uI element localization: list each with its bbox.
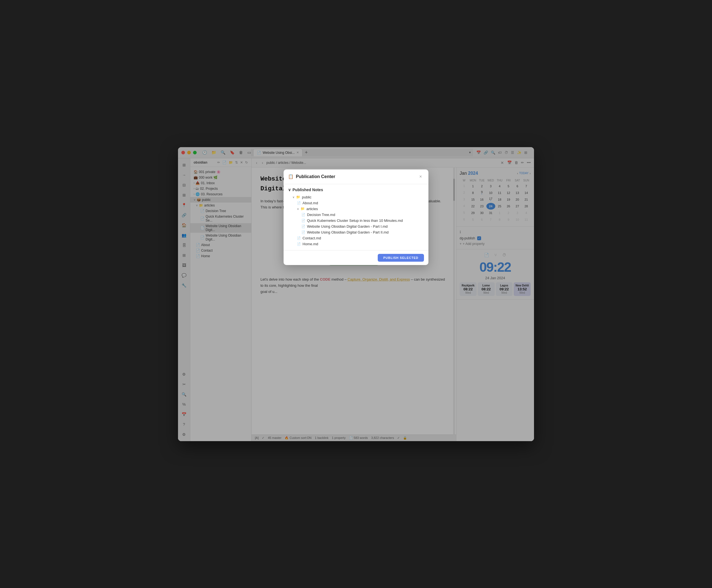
modal-contact-file[interactable]: 📄 Contact.md [288, 235, 424, 241]
published-notes-header: ∨ Published Notes [288, 188, 424, 192]
modal-public-folder[interactable]: ∨ 📁 public [288, 194, 424, 200]
file-icon: 📄 [297, 201, 301, 205]
modal-header: 📋 Publication Center × [284, 169, 428, 184]
modal-home-file[interactable]: 📄 Home.md [288, 241, 424, 247]
file-icon: 📄 [301, 213, 305, 216]
section-chevron-icon: ∨ [288, 188, 291, 192]
chevron-down-icon: ∨ [297, 207, 299, 210]
publish-selected-button[interactable]: PUBLISH SELECTED [378, 254, 424, 262]
modal-articles-folder[interactable]: ∨ 📁 articles [288, 206, 424, 212]
modal-about-file[interactable]: 📄 About.md [288, 200, 424, 206]
folder-icon: 📁 [296, 195, 300, 199]
modal-tree: ∨ Published Notes ∨ 📁 public 📄 About.md [288, 188, 424, 247]
file-icon: 📄 [297, 242, 301, 246]
folder-icon: 📁 [301, 207, 305, 211]
file-icon: 📄 [301, 230, 305, 234]
chevron-down-icon: ∨ [293, 196, 295, 199]
modal-website-part1-file[interactable]: 📄 Website Using Obsidian Digital Garden … [288, 224, 424, 229]
file-icon: 📄 [297, 236, 301, 240]
modal-title: 📋 Publication Center [288, 174, 335, 179]
modal-footer: PUBLISH SELECTED [284, 250, 428, 265]
modal-close-button[interactable]: × [417, 173, 424, 180]
modal-title-icon: 📋 [288, 174, 294, 179]
modal-title-text: Publication Center [296, 174, 335, 179]
modal-website-part2-file[interactable]: 📄 Website Using Obsidian Digital Garden … [288, 229, 424, 235]
file-icon: 📄 [301, 225, 305, 228]
publication-center-modal: 📋 Publication Center × ∨ Published Notes… [284, 169, 428, 265]
modal-quick-kubernetes-file[interactable]: 📄 Quick Kubernetes Cluster Setup in less… [288, 218, 424, 224]
file-icon: 📄 [301, 219, 305, 223]
app-window: 🕐 📁 🔍 🔖 🗑 ▭ 📄 Website Using Obsi... ✕ + … [178, 147, 534, 441]
modal-body: ∨ Published Notes ∨ 📁 public 📄 About.md [284, 184, 428, 250]
modal-overlay[interactable]: 📋 Publication Center × ∨ Published Notes… [178, 147, 534, 441]
modal-decision-tree-file[interactable]: 📄 Decision Tree.md [288, 212, 424, 218]
